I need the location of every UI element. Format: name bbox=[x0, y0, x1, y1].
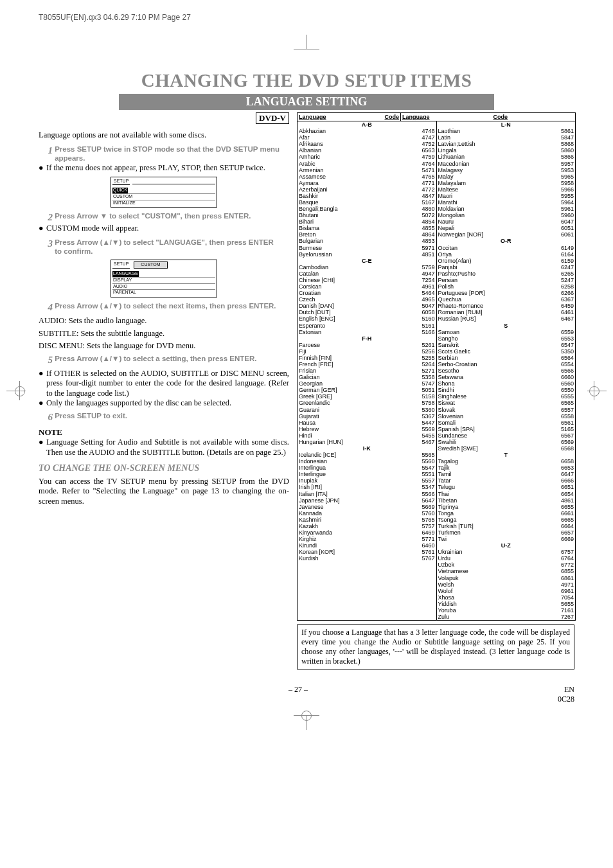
language-row: Slovenian6558 bbox=[437, 413, 576, 420]
step-5-bullet-1: If OTHER is selected on the AUDIO, SUBTI… bbox=[46, 369, 289, 399]
language-row: Setswana6660 bbox=[437, 374, 576, 380]
language-row: Scots Gaelic5350 bbox=[437, 348, 576, 355]
language-row: Latin5847 bbox=[437, 134, 576, 141]
language-row: Polish6258 bbox=[437, 283, 576, 290]
ui-menu-1: SETUP QUICK CUSTOM INITIALIZE bbox=[111, 177, 217, 208]
language-row: Turkmen6657 bbox=[437, 529, 576, 536]
right-column: Language Code Language Code A-BAbkhazian… bbox=[297, 112, 574, 669]
language-row: Albanian6563 bbox=[298, 147, 436, 154]
crop-mark-left bbox=[6, 378, 32, 403]
intro-text: Language options are not available with … bbox=[39, 130, 289, 141]
language-row: Kurdish5767 bbox=[298, 555, 436, 562]
language-row: Javanese5669 bbox=[298, 504, 436, 510]
language-row: Georgian5747 bbox=[298, 380, 436, 387]
language-row: Greenlandic5758 bbox=[298, 400, 436, 406]
language-row: Occitan6149 bbox=[437, 245, 576, 251]
language-row: Indonesian5560 bbox=[298, 458, 436, 465]
language-row: Tibetan4861 bbox=[437, 497, 576, 504]
language-row: Persian5247 bbox=[437, 277, 576, 283]
language-row: Hindi5455 bbox=[298, 432, 436, 439]
language-row: Rhaeto-Romance6459 bbox=[437, 303, 576, 309]
language-row: Arabic4764 bbox=[298, 161, 436, 167]
language-group: U-Z bbox=[437, 542, 576, 549]
language-row: Serbian6564 bbox=[437, 355, 576, 361]
language-row: Telugu6651 bbox=[437, 484, 576, 490]
table-header-language-2: Language bbox=[400, 113, 479, 121]
language-row: Shona6560 bbox=[437, 380, 576, 387]
language-row: Tagalog6658 bbox=[437, 458, 576, 465]
step-1-note: If the menu does not appear, press PLAY,… bbox=[46, 163, 289, 173]
language-row: Somali6561 bbox=[437, 420, 576, 426]
language-code-table: Language Code Language Code A-BAbkhazian… bbox=[297, 112, 576, 621]
left-column: DVD-V Language options are not available… bbox=[39, 112, 289, 669]
language-row: Abkhazian4748 bbox=[298, 128, 436, 134]
language-row: Bislama4855 bbox=[298, 225, 436, 231]
language-row: Wolof6961 bbox=[437, 588, 576, 594]
step-6-text: Press SETUP to exit. bbox=[55, 411, 280, 420]
step-1-num: 1 bbox=[39, 145, 53, 157]
language-row: Basque5167 bbox=[298, 199, 436, 206]
language-group: C-E bbox=[298, 258, 436, 264]
table-header-language: Language bbox=[298, 113, 371, 121]
language-row: Thai6654 bbox=[437, 491, 576, 497]
note-body: Language Setting for Audio and Subtitle … bbox=[46, 438, 289, 457]
language-row: Panjabi6247 bbox=[437, 264, 576, 270]
language-row: Spanish [SPA]5165 bbox=[437, 426, 576, 432]
language-row: Urdu6764 bbox=[437, 555, 576, 562]
language-group: F-H bbox=[298, 335, 436, 342]
language-row: Finnish [FIN]5255 bbox=[298, 355, 436, 361]
language-row: Italian [ITA]5566 bbox=[298, 491, 436, 497]
language-row: Malay5965 bbox=[437, 173, 576, 180]
language-row: Laothian5861 bbox=[437, 128, 576, 134]
language-group: I-K bbox=[298, 445, 436, 452]
note-title: NOTE bbox=[39, 427, 289, 438]
tochange-title: TO CHANGE THE ON-SCREEN MENUS bbox=[39, 463, 289, 474]
language-row: Romanian [RUM]6461 bbox=[437, 309, 576, 315]
step-4-text: Press Arrow (▲/▼) to select the next ite… bbox=[55, 301, 280, 310]
language-row: Russian [RUS]6467 bbox=[437, 315, 576, 322]
language-row: Uzbek6772 bbox=[437, 562, 576, 568]
language-row: Macedonian5957 bbox=[437, 161, 576, 167]
language-row: Byelorussian4851 bbox=[298, 251, 436, 258]
language-row: Fiji5256 bbox=[298, 348, 436, 355]
language-row: Yiddish5655 bbox=[437, 601, 576, 607]
step-6-num: 6 bbox=[39, 411, 53, 423]
language-row: French [FRE]5264 bbox=[298, 361, 436, 368]
step-2-note: CUSTOM mode will appear. bbox=[46, 224, 289, 234]
language-row: Czech4965 bbox=[298, 296, 436, 303]
language-group: L-N bbox=[437, 121, 576, 128]
dvd-v-badge: DVD-V bbox=[256, 112, 289, 124]
language-row: Yoruba7161 bbox=[437, 607, 576, 614]
language-row: Kazakh5757 bbox=[298, 523, 436, 529]
language-row: Serbo-Croatian6554 bbox=[437, 361, 576, 368]
language-row: Marathi5964 bbox=[437, 199, 576, 206]
language-row: Sundanese6567 bbox=[437, 432, 576, 439]
language-row: Estonian5166 bbox=[298, 329, 436, 335]
language-row: Bulgarian4853 bbox=[298, 238, 436, 244]
language-row: Portuguese [POR]6266 bbox=[437, 290, 576, 296]
table-header-code: Code bbox=[371, 113, 400, 121]
language-row: Inupiak5557 bbox=[298, 477, 436, 484]
language-row: Armenian5471 bbox=[298, 167, 436, 173]
language-row: Gujarati5367 bbox=[298, 413, 436, 420]
language-note-box: If you choose a Language that has a 3 le… bbox=[297, 624, 574, 669]
language-row: Guarani5360 bbox=[298, 407, 436, 413]
language-row: Croatian5464 bbox=[298, 290, 436, 296]
language-row: Xhosa7054 bbox=[437, 594, 576, 601]
language-row: Tonga6661 bbox=[437, 510, 576, 517]
language-row: Bhutani5072 bbox=[298, 212, 436, 218]
language-row: Tsonga6665 bbox=[437, 517, 576, 523]
language-row: Azerbaijani4772 bbox=[298, 186, 436, 193]
language-group: A-B bbox=[298, 121, 436, 128]
crop-mark-bottom bbox=[39, 711, 574, 730]
step-2-num: 2 bbox=[39, 211, 53, 224]
language-row: Volapuk6861 bbox=[437, 575, 576, 581]
language-row: Vietnamese6855 bbox=[437, 568, 576, 574]
step-5-text: Press Arrow (▲/▼) to select a setting, t… bbox=[55, 354, 280, 363]
language-row: Bihari4854 bbox=[298, 218, 436, 225]
language-row: Samoan6559 bbox=[437, 329, 576, 335]
language-row: Hungarian [HUN]5467 bbox=[298, 439, 436, 445]
language-row: Siswat6565 bbox=[437, 400, 576, 406]
tochange-body: You can access the TV SETUP menu by pres… bbox=[39, 477, 289, 507]
language-row: Kinyarwanda6469 bbox=[298, 529, 436, 536]
